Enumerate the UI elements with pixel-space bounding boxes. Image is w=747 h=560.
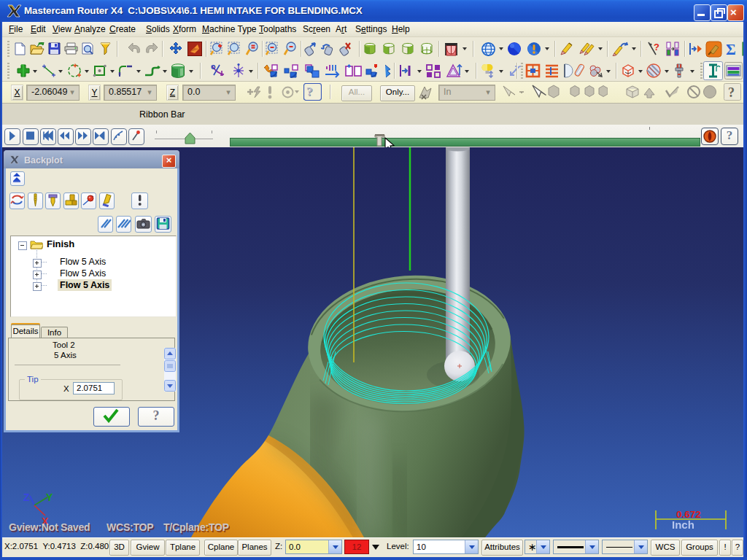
svg-text:Σ: Σ [726,41,736,57]
svg-text:?: ? [728,85,735,100]
svg-text:Inch: Inch [672,518,694,531]
svg-text:?: ? [654,42,659,52]
svg-text:Gview:Not Saved: Gview:Not Saved [9,521,90,533]
svg-text:WCS:TOP: WCS:TOP [107,521,153,533]
svg-text:?: ? [306,85,313,98]
svg-text:Z: Z [23,491,30,503]
svg-text:Y: Y [46,491,53,503]
svg-text:T/Cplane:TOP: T/Cplane:TOP [163,521,229,533]
